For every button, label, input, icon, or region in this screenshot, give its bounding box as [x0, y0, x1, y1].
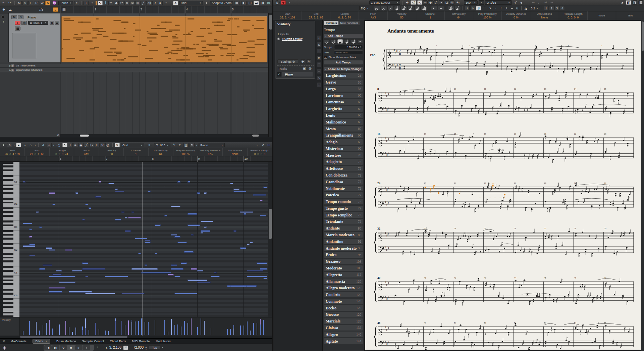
midi-note[interactable]	[29, 229, 32, 230]
black-key[interactable]	[3, 302, 13, 304]
midi-note[interactable]	[263, 187, 267, 188]
black-key[interactable]	[3, 162, 13, 164]
midi-note[interactable]	[233, 189, 239, 190]
midi-note[interactable]	[121, 211, 124, 213]
midi-note[interactable]	[204, 227, 207, 228]
midi-note[interactable]	[240, 211, 253, 213]
midi-note[interactable]	[201, 221, 213, 222]
symbol-category-lines-icon[interactable]: ≡	[317, 69, 321, 73]
black-key[interactable]	[3, 169, 13, 171]
velocity-bar[interactable]	[49, 320, 50, 335]
velocity-bar[interactable]	[56, 326, 56, 335]
audition-icon[interactable]: ◁)	[56, 143, 61, 147]
editor-range-tool[interactable]: I	[68, 143, 73, 147]
midi-note[interactable]	[177, 242, 187, 243]
tempo-text-input[interactable]: Enter Text	[334, 50, 363, 54]
info-length[interactable]: Length0. 2. 0. 74	[50, 148, 74, 156]
marcato-button[interactable]: !	[498, 6, 503, 10]
zoom-tool[interactable]: ◎	[130, 1, 135, 5]
tap-tempo-button[interactable]: Tap	[149, 345, 160, 350]
midi-note[interactable]	[174, 236, 180, 237]
duration-e16-button[interactable]	[408, 6, 414, 10]
velocity-bar[interactable]	[168, 332, 168, 335]
snap-relative-icon[interactable]: ⊣⊢	[145, 143, 153, 147]
black-key[interactable]	[3, 253, 13, 255]
tempo-preset-malinconico[interactable]: Malinconico60	[324, 119, 363, 125]
tempo-note-e8-button[interactable]	[344, 39, 350, 44]
editor-snap-type-select[interactable]: Grid▼	[121, 143, 144, 147]
midi-note[interactable]	[164, 215, 167, 216]
zone-divider[interactable]	[0, 137, 272, 142]
cycle-button[interactable]: ↻	[60, 345, 67, 350]
comp-tool[interactable]: ▥	[135, 1, 140, 5]
editor-snap-icon[interactable]: ✳	[115, 143, 120, 147]
midi-note[interactable]	[115, 191, 124, 192]
tab-drum-machine[interactable]: Drum Machine	[56, 340, 76, 343]
tempo-preset-misterioso[interactable]: Misterioso66	[324, 146, 363, 152]
velocity-bar[interactable]	[69, 327, 69, 335]
midi-note[interactable]	[187, 213, 197, 214]
black-key[interactable]	[3, 198, 13, 200]
velocity-bar[interactable]	[82, 330, 83, 335]
velocity-bar[interactable]	[72, 332, 73, 335]
midi-note[interactable]	[128, 217, 141, 218]
score-info-release-length[interactable]: Release Length0. 0. 0. 0	[559, 11, 588, 20]
midi-note[interactable]	[52, 204, 55, 205]
filter-search-icon[interactable]: ◎	[308, 66, 313, 70]
tempo-value-field[interactable]: 120.000 ▲▼	[334, 45, 363, 49]
midi-note[interactable]	[125, 230, 131, 232]
midi-note[interactable]	[191, 234, 194, 236]
tempo-preset-affettuoso[interactable]: Affettuoso72	[324, 166, 363, 171]
midi-note[interactable]	[230, 285, 247, 287]
velocity-bar[interactable]	[52, 329, 53, 335]
score-line-tool[interactable]: ╱	[433, 0, 438, 5]
black-key[interactable]	[3, 185, 13, 187]
midi-note[interactable]	[145, 264, 147, 266]
record-in-editor-icon[interactable]: ●	[16, 143, 21, 147]
midi-note[interactable]	[135, 238, 148, 239]
velocity-bar[interactable]	[177, 331, 178, 335]
score-info-channel[interactable]: Channel1	[416, 11, 445, 20]
midi-note[interactable]	[260, 215, 266, 216]
midi-note[interactable]	[247, 276, 267, 277]
midi-note[interactable]	[240, 247, 246, 249]
tempo-preset-adagio[interactable]: Adagio66	[324, 139, 363, 145]
folder-vst-instruments[interactable]: ▸▣VST Instruments	[0, 64, 60, 68]
goto-end-button[interactable]: ▶|	[52, 345, 59, 350]
velocity-bar[interactable]	[240, 325, 241, 335]
edit-layout-icon[interactable]: ✎	[306, 59, 311, 64]
ruler-options-icon[interactable]: ▤	[61, 7, 66, 12]
tempo-preset-larghissimo[interactable]: Larghissimo24	[324, 73, 363, 79]
velocity-bar[interactable]	[121, 325, 122, 335]
velocity-bar[interactable]	[138, 321, 139, 335]
midi-note[interactable]	[39, 227, 42, 228]
global-r-button[interactable]: R	[34, 1, 39, 5]
symbol-category-pedal-icon[interactable]: ∿	[317, 76, 321, 80]
absolute-tempo-section-header[interactable]: ▾Absolute Tempo Change	[324, 67, 363, 71]
edited-part-select[interactable]: Piano▼	[199, 143, 225, 147]
velocity-bar[interactable]	[85, 328, 86, 335]
midi-note[interactable]	[233, 191, 246, 192]
duration-quarter-button[interactable]	[394, 6, 400, 10]
velocity-bar[interactable]	[250, 331, 251, 335]
track-name[interactable]: Piano	[28, 15, 36, 19]
velocity-bar[interactable]	[115, 321, 116, 335]
tempo-preset-gioioso[interactable]: Gioioso132	[324, 325, 363, 331]
midi-note[interactable]	[49, 287, 65, 289]
midi-note[interactable]	[29, 255, 35, 256]
velocity-bar[interactable]	[36, 322, 37, 335]
info-end[interactable]: End27. 3. 1. 63	[25, 148, 50, 156]
settings-button[interactable]: Settings ⚙	[277, 59, 298, 64]
stop-button[interactable]: ■	[67, 345, 75, 350]
bow-button[interactable]: ∪	[515, 6, 520, 10]
insert-left-icon[interactable]: ↵	[543, 0, 548, 5]
flat-button[interactable]: ♭	[470, 6, 475, 10]
velocity-bar[interactable]	[211, 328, 211, 335]
velocity-bar[interactable]	[244, 325, 244, 335]
black-key[interactable]	[3, 175, 13, 177]
tempo-preset-trionfante[interactable]: Trionfante72	[324, 219, 363, 224]
midi-note[interactable]	[72, 270, 82, 271]
note-layers-icon[interactable]: ≋	[190, 143, 195, 147]
tap-options-icon[interactable]: ▼	[162, 347, 164, 349]
global-m-button[interactable]: M	[17, 1, 22, 5]
